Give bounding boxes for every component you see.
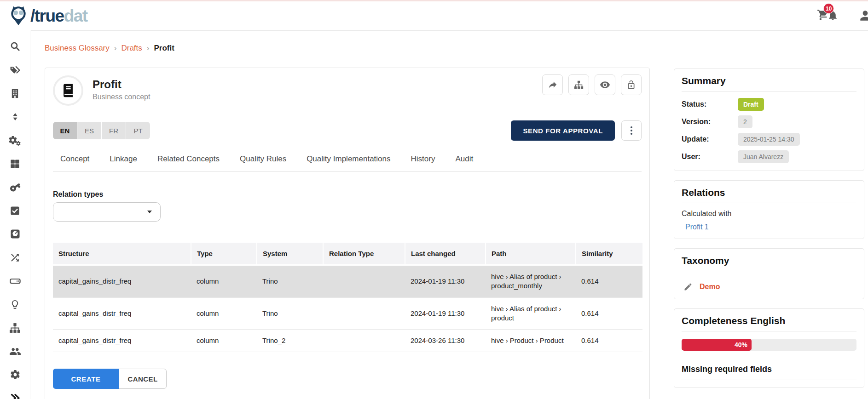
create-button[interactable]: CREATE bbox=[53, 369, 119, 389]
update-badge: 2025-01-25 14:30 bbox=[738, 133, 800, 146]
sidebar-item-ideas[interactable] bbox=[9, 298, 21, 310]
summary-panel: Summary Status: Draft Version: 2 Update:… bbox=[674, 68, 864, 171]
language-tab-en[interactable]: EN bbox=[53, 122, 77, 139]
sort-icon bbox=[11, 112, 20, 121]
breadcrumb-link-business-glossary[interactable]: Business Glossary bbox=[45, 44, 110, 53]
tab-audit[interactable]: Audit bbox=[455, 154, 473, 171]
completeness-bar-fill: 40% bbox=[682, 339, 752, 351]
completeness-percent: 40% bbox=[735, 341, 747, 348]
column-header-type: Type bbox=[191, 243, 257, 265]
lightbulb-icon bbox=[10, 299, 20, 310]
tags-icon bbox=[9, 64, 21, 76]
table-row[interactable]: capital_gains_distr_freq column Trino_2 … bbox=[53, 330, 642, 352]
check-square-icon bbox=[10, 205, 20, 216]
sidebar-item-lineage[interactable] bbox=[9, 111, 21, 123]
sidebar-item-taxonomy[interactable] bbox=[9, 322, 21, 334]
breadcrumb-separator: › bbox=[147, 44, 150, 53]
sidebar-item-configuration[interactable] bbox=[9, 369, 21, 381]
user-badge: Juan Alvarezz bbox=[738, 150, 789, 163]
cell-last-changed: 2024-03-26 11:30 bbox=[405, 330, 486, 352]
relation-types-select[interactable] bbox=[53, 202, 161, 222]
send-for-approval-button[interactable]: SEND FOR APPROVAL bbox=[511, 120, 615, 141]
cell-system: Trino bbox=[257, 297, 323, 330]
taxonomy-link-demo[interactable]: Demo bbox=[700, 283, 720, 291]
page-subtitle: Business concept bbox=[93, 93, 150, 101]
cell-type: column bbox=[191, 297, 257, 330]
users-icon bbox=[9, 345, 21, 358]
language-tab-pt[interactable]: PT bbox=[126, 122, 150, 139]
sidebar-item-dashboards[interactable] bbox=[9, 158, 21, 170]
page-title: Profit bbox=[93, 78, 150, 91]
sidebar-item-connections[interactable] bbox=[9, 251, 21, 263]
sidebar-item-metrics[interactable] bbox=[9, 228, 21, 240]
relation-link-profit-1[interactable]: Profit 1 bbox=[685, 223, 856, 231]
sidebar-item-permissions[interactable] bbox=[9, 181, 21, 193]
version-label: Version: bbox=[682, 118, 738, 126]
cell-similarity: 0.614 bbox=[576, 265, 642, 298]
sidebar-item-systems[interactable] bbox=[9, 275, 21, 287]
avatar bbox=[53, 75, 83, 106]
unlock-button[interactable] bbox=[621, 74, 642, 95]
unlock-icon bbox=[626, 80, 636, 90]
tab-concept[interactable]: Concept bbox=[60, 154, 89, 171]
table-row[interactable]: capital_gains_distr_freq column Trino 20… bbox=[53, 297, 642, 330]
sidebar-item-users[interactable] bbox=[9, 345, 21, 357]
pencil-icon[interactable] bbox=[683, 282, 693, 291]
sidebar-item-glossary[interactable] bbox=[9, 64, 21, 76]
related-structures-table: Structure Type System Relation Type Last… bbox=[53, 243, 642, 352]
language-tabs: EN ES FR PT bbox=[53, 122, 150, 139]
truedat-app: /truedat 10 bbox=[0, 0, 868, 399]
tab-related-concepts[interactable]: Related Concepts bbox=[157, 154, 220, 171]
table-row[interactable]: capital_gains_distr_freq column Trino 20… bbox=[53, 265, 642, 298]
tab-history[interactable]: History bbox=[411, 154, 435, 171]
sidebar-item-search[interactable] bbox=[9, 40, 21, 52]
cell-path: hive › Alias of product › product_monthl… bbox=[486, 265, 576, 298]
truedat-logo[interactable]: /truedat bbox=[8, 5, 87, 28]
relations-group-label: Calculated with bbox=[682, 210, 856, 218]
user-menu[interactable] bbox=[858, 8, 868, 24]
relation-types-label: Relation types bbox=[53, 190, 642, 199]
completeness-progress-track: 40% bbox=[682, 339, 856, 351]
taxonomy-title: Taxonomy bbox=[682, 255, 856, 271]
tab-linkage[interactable]: Linkage bbox=[110, 154, 137, 171]
cell-last-changed: 2024-01-19 11:30 bbox=[405, 297, 486, 330]
language-tab-es[interactable]: ES bbox=[77, 122, 101, 139]
cell-system: Trino_2 bbox=[257, 330, 323, 352]
cell-type: column bbox=[191, 330, 257, 352]
concept-tabs: Concept Linkage Related Concepts Quality… bbox=[53, 154, 642, 172]
tab-quality-rules[interactable]: Quality Rules bbox=[240, 154, 286, 171]
language-tab-fr[interactable]: FR bbox=[102, 122, 126, 139]
search-icon bbox=[10, 41, 21, 52]
share-button[interactable] bbox=[542, 74, 563, 95]
sidebar-item-organizations[interactable] bbox=[9, 87, 21, 99]
cancel-button[interactable]: CANCEL bbox=[119, 369, 167, 389]
more-options-button[interactable] bbox=[621, 120, 642, 141]
version-badge: 2 bbox=[738, 115, 752, 128]
column-header-relation-type: Relation Type bbox=[323, 243, 405, 265]
completeness-title: Completeness English bbox=[682, 315, 856, 331]
sidebar-item-quality[interactable] bbox=[9, 205, 21, 217]
cell-structure: capital_gains_distr_freq bbox=[53, 265, 191, 298]
user-icon bbox=[858, 8, 868, 23]
concept-card: Profit Business concept bbox=[45, 68, 650, 399]
tab-quality-implementations[interactable]: Quality Implementations bbox=[307, 154, 390, 171]
grid-icon bbox=[10, 159, 20, 169]
topbar: /truedat 10 bbox=[0, 1, 868, 30]
update-label: Update: bbox=[682, 135, 738, 143]
table-header-row: Structure Type System Relation Type Last… bbox=[53, 243, 642, 265]
missing-required-fields-title: Missing required fields bbox=[682, 365, 856, 380]
sidebar-item-admin-settings[interactable] bbox=[9, 134, 21, 146]
status-badge: Draft bbox=[738, 98, 764, 111]
lineage-button[interactable] bbox=[568, 74, 589, 95]
column-header-system: System bbox=[257, 243, 323, 265]
right-sidebar: Summary Status: Draft Version: 2 Update:… bbox=[674, 68, 864, 388]
watch-button[interactable] bbox=[595, 74, 615, 95]
notifications-area[interactable]: 10 bbox=[817, 9, 839, 23]
completeness-panel: Completeness English 40% Missing require… bbox=[674, 308, 864, 388]
summary-title: Summary bbox=[682, 75, 856, 91]
chevron-down-icon bbox=[147, 211, 152, 213]
breadcrumb-link-drafts[interactable]: Drafts bbox=[121, 44, 142, 53]
kebab-icon bbox=[631, 126, 632, 135]
main-area: Business Glossary › Drafts › Profit bbox=[31, 30, 868, 399]
sidebar-collapse-toggle[interactable] bbox=[9, 392, 21, 399]
